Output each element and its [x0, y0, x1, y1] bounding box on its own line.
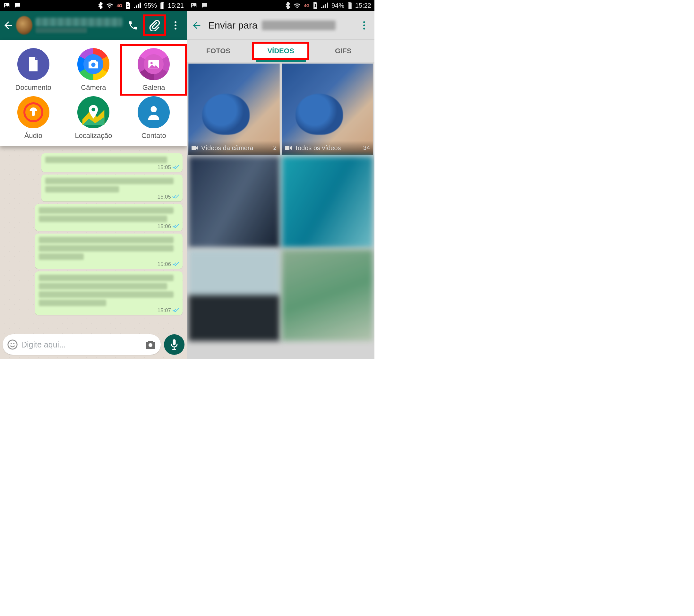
- attach-label: Contato: [142, 131, 166, 140]
- emoji-icon[interactable]: [7, 339, 18, 350]
- tab-gifs[interactable]: GIFS: [312, 40, 375, 62]
- wifi-icon: [293, 2, 301, 9]
- svg-rect-29: [285, 146, 289, 150]
- image-icon: [190, 2, 197, 9]
- attach-gallery[interactable]: Galeria: [138, 48, 170, 92]
- attach-gallery-highlight: Galeria: [120, 44, 187, 96]
- svg-rect-4: [162, 2, 163, 3]
- album-title: Vídeos da câmera: [201, 144, 253, 152]
- svg-point-16: [150, 62, 153, 64]
- message-input[interactable]: Digite aqui...: [3, 334, 161, 355]
- network-indicator: 4G: [304, 4, 310, 7]
- album-row: Vídeos da câmera 2 Todos os vídeos 34: [187, 62, 375, 156]
- svg-point-10: [11, 343, 12, 344]
- svg-point-11: [13, 343, 15, 344]
- chat-header: [0, 11, 187, 40]
- audio-icon: [17, 96, 50, 128]
- read-check-icon: [172, 194, 179, 200]
- tab-videos[interactable]: VÍDEOS: [250, 40, 312, 62]
- svg-point-18: [151, 106, 157, 112]
- album-all-videos[interactable]: Todos os vídeos 34: [282, 64, 373, 155]
- album-thumb[interactable]: [282, 250, 373, 341]
- album-thumb[interactable]: [188, 156, 280, 248]
- phone-right: 4G 1 94% 15:22 Enviar para FOTOS VÍDEOS …: [187, 0, 375, 359]
- bluetooth-icon: [286, 2, 290, 9]
- status-bar: 4G 1 94% 15:22: [187, 0, 375, 11]
- camera-color-icon: [77, 48, 109, 80]
- sim-icon: 1: [313, 2, 318, 9]
- status-bar: 4G 1 95% 15:21: [0, 0, 187, 11]
- placeholder: Digite aqui...: [18, 340, 145, 349]
- svg-point-26: [363, 24, 365, 26]
- video-icon: [285, 145, 292, 150]
- message-bubble[interactable]: 15:05: [41, 175, 183, 201]
- svg-point-1: [5, 4, 6, 5]
- back-button[interactable]: [3, 16, 14, 35]
- album-grid: [187, 156, 375, 342]
- call-button[interactable]: [124, 16, 142, 34]
- network-indicator: 4G: [117, 4, 122, 7]
- message-bubble[interactable]: 15:07: [35, 271, 183, 315]
- contact-status: [36, 27, 87, 33]
- album-thumb[interactable]: [282, 156, 373, 248]
- attach-button[interactable]: [145, 17, 163, 34]
- read-check-icon: [172, 164, 179, 171]
- gallery-icon: [138, 48, 170, 80]
- contact-name: [36, 18, 122, 26]
- attach-audio[interactable]: Áudio: [3, 96, 63, 140]
- album-thumb[interactable]: [188, 250, 280, 341]
- attach-label: Documento: [15, 84, 52, 92]
- contact-avatar[interactable]: [16, 16, 32, 35]
- contact-info[interactable]: [34, 18, 122, 33]
- msg-time: 15:06: [157, 223, 171, 230]
- document-icon: [17, 48, 50, 80]
- more-button[interactable]: [357, 20, 372, 30]
- back-button[interactable]: [189, 20, 204, 31]
- signal-icon: [134, 3, 141, 8]
- read-check-icon: [172, 307, 179, 314]
- clock-text: 15:22: [355, 2, 371, 9]
- svg-rect-24: [348, 3, 351, 9]
- message-bubble[interactable]: 15:05: [41, 153, 183, 172]
- mic-button[interactable]: [164, 334, 184, 355]
- attach-label: Câmera: [81, 84, 106, 92]
- media-tabs: FOTOS VÍDEOS GIFS: [187, 40, 375, 62]
- more-button[interactable]: [166, 16, 184, 34]
- svg-rect-23: [349, 2, 350, 3]
- attachment-sheet: Documento Câmera Galeria Áudio: [0, 40, 187, 146]
- image-icon: [3, 2, 10, 9]
- battery-text: 95%: [144, 2, 157, 9]
- tab-photos[interactable]: FOTOS: [187, 40, 250, 62]
- album-camera-videos[interactable]: Vídeos da câmera 2: [188, 64, 280, 155]
- battery-icon: [160, 2, 165, 9]
- msg-time: 15:05: [157, 164, 171, 171]
- svg-rect-28: [191, 146, 196, 150]
- attach-label: Áudio: [24, 131, 42, 140]
- attach-label: Galeria: [143, 84, 165, 92]
- attach-contact[interactable]: Contato: [124, 96, 184, 140]
- attach-label: Localização: [75, 131, 112, 140]
- svg-point-20: [192, 4, 194, 5]
- album-count: 34: [363, 144, 370, 151]
- svg-point-9: [8, 340, 17, 349]
- clock-text: 15:21: [168, 2, 184, 9]
- input-bar: Digite aqui...: [3, 333, 184, 356]
- sim-icon: 1: [125, 2, 131, 9]
- attach-location[interactable]: Localização: [63, 96, 124, 140]
- svg-point-12: [149, 343, 152, 347]
- svg-point-27: [363, 28, 365, 30]
- svg-rect-13: [173, 340, 176, 345]
- svg-point-25: [363, 21, 365, 23]
- phone-left: 4G 1 95% 15:21: [0, 0, 187, 359]
- svg-point-6: [175, 21, 177, 23]
- album-count: 2: [273, 144, 277, 151]
- message-bubble[interactable]: 15:06: [35, 234, 183, 269]
- message-bubble[interactable]: 15:06: [35, 204, 183, 231]
- attach-document[interactable]: Documento: [3, 48, 63, 94]
- svg-point-14: [91, 62, 96, 67]
- recipient-name: [262, 20, 335, 30]
- attach-camera[interactable]: Câmera: [63, 48, 124, 94]
- svg-point-7: [175, 24, 177, 26]
- camera-icon[interactable]: [145, 340, 156, 350]
- album-caption: Vídeos da câmera 2: [188, 141, 280, 155]
